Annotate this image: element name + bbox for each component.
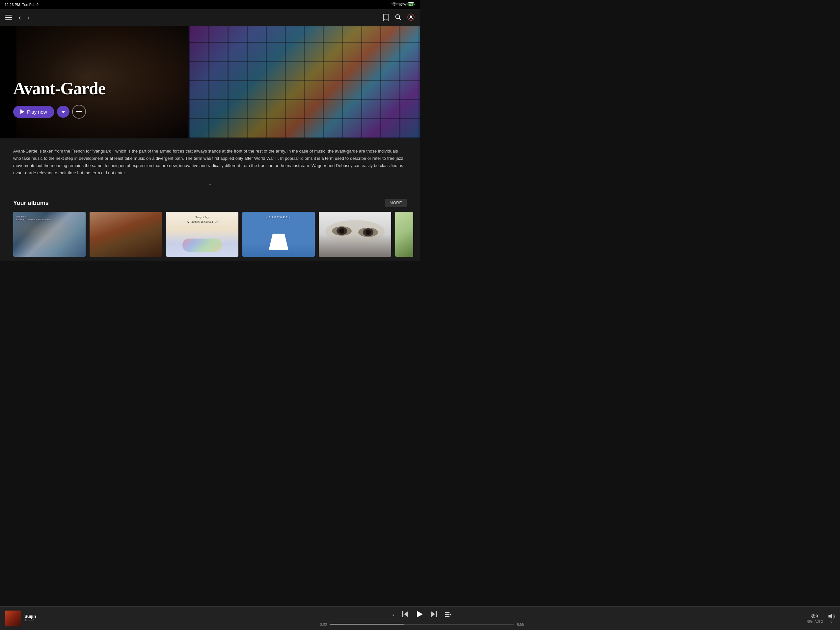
genre-title: Avant-Garde — [13, 79, 105, 98]
svg-marker-10 — [21, 109, 24, 114]
description-text: Avant-Garde is taken from the French for… — [13, 147, 407, 177]
menu-icon[interactable] — [5, 14, 12, 22]
play-now-label: Play now — [27, 109, 47, 115]
svg-rect-4 — [5, 17, 12, 18]
album-cover: ANOTHER GREEN W... — [395, 212, 413, 257]
list-item[interactable]: KRAFTWERK — [242, 212, 315, 257]
nav-right — [383, 14, 415, 22]
album-cover — [90, 212, 162, 257]
svg-line-7 — [399, 18, 401, 20]
more-options-label: ••• — [76, 108, 82, 116]
svg-rect-3 — [5, 15, 12, 16]
hero-buttons: Play now ••• — [13, 105, 105, 119]
album-label: The PearlHAROLD BUDD/BRIAN ENO — [16, 215, 50, 221]
more-options-button[interactable]: ••• — [72, 105, 86, 119]
hero-content: Avant-Garde Play now ••• — [13, 79, 105, 119]
bookmark-icon[interactable] — [383, 14, 389, 22]
svg-point-15 — [339, 228, 344, 234]
albums-section-title: Your albums — [13, 199, 49, 207]
forward-button[interactable]: › — [27, 14, 30, 22]
description-section: Avant-Garde is taken from the French for… — [0, 138, 420, 193]
list-item[interactable] — [90, 212, 162, 257]
hero-section: Avant-Garde Play now ••• — [0, 26, 420, 138]
expand-description-button[interactable]: ⌄ — [13, 180, 407, 187]
list-item[interactable] — [319, 212, 391, 257]
search-icon[interactable] — [395, 14, 401, 22]
albums-section: Your albums MORE The PearlHAROLD BUDD/BR… — [0, 193, 420, 261]
albums-header: Your albums MORE — [6, 199, 413, 207]
list-item[interactable]: Terry RileyA Rainbow In Curved Air — [166, 212, 238, 257]
play-now-button[interactable]: Play now — [13, 106, 54, 118]
svg-point-18 — [365, 230, 371, 235]
play-dropdown-button[interactable] — [57, 106, 69, 118]
nav-left: ‹ › — [5, 14, 30, 22]
album-cover — [319, 212, 391, 257]
expand-icon: ⌄ — [208, 180, 212, 187]
status-left: 12:23 PM Tue Feb 9 — [5, 3, 38, 6]
albums-grid: The PearlHAROLD BUDD/BRIAN ENO Terry Ril… — [6, 212, 413, 257]
status-bar: 12:23 PM Tue Feb 9 97% ⚡ — [0, 0, 420, 9]
nav-bar: ‹ › — [0, 9, 420, 26]
account-icon[interactable] — [407, 14, 415, 22]
list-item[interactable]: The PearlHAROLD BUDD/BRIAN ENO — [13, 212, 85, 257]
status-time: 12:23 PM — [5, 3, 20, 6]
list-item[interactable]: ANOTHER GREEN W... — [395, 212, 413, 257]
status-date: Tue Feb 9 — [22, 3, 38, 6]
svg-point-9 — [410, 16, 412, 17]
more-albums-button[interactable]: MORE — [385, 199, 407, 207]
album-cover: KRAFTWERK — [242, 212, 315, 257]
album-label: KRAFTWERK — [266, 216, 292, 219]
svg-rect-5 — [5, 19, 12, 20]
album-cover: The PearlHAROLD BUDD/BRIAN ENO — [13, 212, 85, 257]
svg-marker-11 — [62, 111, 65, 113]
svg-point-6 — [396, 14, 400, 19]
back-button[interactable]: ‹ — [19, 14, 21, 22]
album-cover: Terry RileyA Rainbow In Curved Air — [166, 212, 238, 257]
